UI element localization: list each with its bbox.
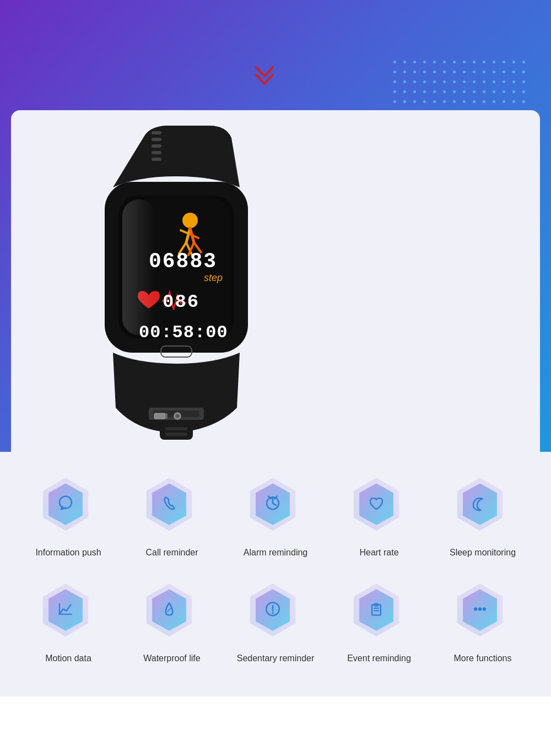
features-row-1: Information push Call reminder — [17, 463, 534, 563]
feature-label-sleep-monitoring: Sleep monitoring — [450, 548, 516, 558]
feature-waterproof-life: Waterproof life — [125, 580, 219, 663]
features-row-2: Motion data Waterproof l — [17, 569, 534, 669]
feature-label-call-reminder: Call reminder — [145, 548, 198, 558]
svg-point-70 — [483, 607, 486, 611]
svg-rect-29 — [165, 427, 187, 430]
feature-motion-data: Motion data — [21, 580, 115, 663]
svg-rect-28 — [160, 423, 193, 440]
hex-icon-call-reminder — [139, 474, 205, 540]
chevron-down-icon — [253, 66, 276, 89]
feature-label-event-reminding: Event reminding — [347, 654, 411, 663]
svg-point-69 — [478, 607, 482, 611]
feature-sleep-monitoring: Sleep monitoring — [436, 474, 530, 558]
feature-label-information-push: Information push — [35, 548, 101, 558]
svg-rect-31 — [122, 199, 155, 335]
hex-icon-alarm-reminding — [242, 474, 309, 540]
features-section: Information push Call reminder — [0, 452, 551, 696]
svg-rect-25 — [165, 413, 168, 419]
feature-event-reminding: Event reminding — [332, 580, 426, 663]
feature-label-heart-rate: Heart rate — [359, 548, 398, 558]
svg-point-27 — [176, 414, 179, 418]
hex-icon-heart-rate — [346, 474, 412, 540]
feature-sedentary-reminder: Sedentary reminder — [229, 580, 322, 663]
hex-icon-event-reminding — [346, 580, 412, 646]
watch-display: 06883 step 086 00:58:00 — [33, 121, 320, 441]
feature-label-more-functions: More functions — [454, 654, 512, 663]
svg-point-8 — [182, 213, 198, 228]
svg-rect-30 — [165, 433, 187, 436]
top-section: 06883 step 086 00:58:00 — [0, 0, 551, 452]
hex-icon-information-push — [35, 474, 101, 540]
svg-text:step: step — [204, 272, 223, 283]
dot-grid-decoration — [393, 61, 529, 107]
svg-point-59 — [272, 612, 273, 614]
svg-text:086: 086 — [163, 291, 199, 312]
svg-rect-3 — [152, 151, 161, 154]
page-title — [0, 0, 551, 22]
feature-label-motion-data: Motion data — [45, 654, 91, 663]
svg-rect-1 — [152, 138, 161, 141]
feature-information-push: Information push — [21, 474, 115, 558]
svg-rect-24 — [154, 413, 165, 419]
feature-more-functions: More functions — [436, 580, 530, 663]
feature-call-reminder: Call reminder — [125, 474, 219, 558]
feature-alarm-reminding: Alarm reminding — [229, 474, 322, 558]
hex-icon-waterproof-life — [139, 580, 205, 646]
svg-rect-0 — [152, 131, 161, 134]
svg-rect-4 — [152, 158, 161, 161]
feature-label-sedentary-reminder: Sedentary reminder — [237, 654, 315, 663]
svg-point-68 — [474, 607, 477, 611]
feature-heart-rate: Heart rate — [332, 474, 426, 558]
hex-icon-more-functions — [450, 580, 516, 646]
feature-label-alarm-reminding: Alarm reminding — [244, 548, 307, 558]
svg-rect-2 — [152, 144, 161, 148]
feature-label-waterproof-life: Waterproof life — [143, 654, 200, 663]
hex-icon-motion-data — [35, 580, 101, 646]
hex-icon-sedentary-reminder — [242, 580, 309, 646]
hex-icon-sleep-monitoring — [450, 474, 516, 540]
svg-text:06883: 06883 — [149, 250, 217, 273]
